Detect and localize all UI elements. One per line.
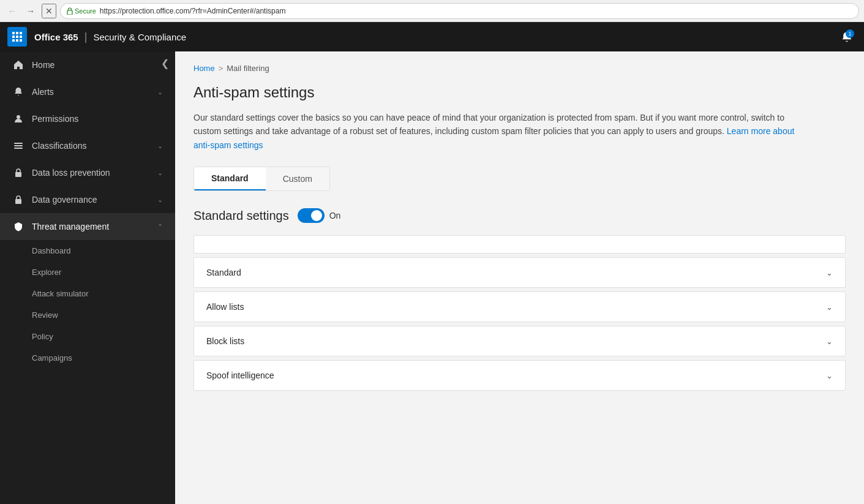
sidebar-dlp-label: Data loss prevention bbox=[32, 168, 150, 178]
review-label: Review bbox=[32, 310, 58, 320]
sidebar-item-dashboard[interactable]: Dashboard bbox=[0, 240, 175, 261]
sidebar-threat-label: Threat management bbox=[32, 222, 150, 231]
dlp-chevron-icon: ⌄ bbox=[157, 169, 163, 177]
accordion-allow-lists: Allow lists ⌄ bbox=[193, 291, 846, 322]
svg-point-10 bbox=[17, 115, 20, 119]
sidebar-item-policy[interactable]: Policy bbox=[0, 326, 175, 347]
brand-office: Office 365 bbox=[34, 32, 78, 42]
svg-rect-11 bbox=[14, 143, 23, 144]
accordion-block-lists-header[interactable]: Block lists ⌄ bbox=[194, 326, 845, 356]
topbar-brand: Office 365 | Security & Compliance bbox=[34, 31, 186, 43]
tab-standard[interactable]: Standard bbox=[194, 167, 266, 190]
empty-panel bbox=[193, 235, 846, 254]
accordion-allow-lists-label: Allow lists bbox=[206, 302, 244, 312]
sidebar-permissions-label: Permissions bbox=[32, 114, 163, 124]
sidebar-data-governance-label: Data governance bbox=[32, 195, 150, 205]
sidebar-item-explorer[interactable]: Explorer bbox=[0, 261, 175, 283]
accordion-standard-label: Standard bbox=[206, 268, 241, 277]
address-bar[interactable]: Secure https://protection.office.com/?rf… bbox=[60, 3, 859, 19]
sidebar-classifications-label: Classifications bbox=[32, 141, 150, 151]
accordion-block-lists-label: Block lists bbox=[206, 336, 244, 346]
explorer-label: Explorer bbox=[32, 268, 61, 277]
brand-divider: | bbox=[85, 31, 88, 43]
svg-rect-8 bbox=[16, 39, 18, 42]
dlp-icon bbox=[12, 167, 24, 179]
accordion-block-lists-chevron-icon: ⌄ bbox=[826, 337, 833, 346]
svg-rect-14 bbox=[15, 172, 21, 177]
sidebar-item-permissions[interactable]: Permissions bbox=[0, 105, 175, 132]
svg-rect-2 bbox=[16, 32, 18, 34]
svg-rect-0 bbox=[67, 10, 72, 15]
browser-chrome: ← → ✕ Secure https://protection.office.c… bbox=[0, 0, 864, 22]
sidebar-item-alerts[interactable]: Alerts ⌄ bbox=[0, 78, 175, 105]
notification-badge: 1 bbox=[846, 29, 854, 38]
layout: ❮ Home Alerts ⌄ Permissions Classificat bbox=[0, 51, 864, 504]
home-icon bbox=[12, 59, 24, 71]
sidebar-item-campaigns[interactable]: Campaigns bbox=[0, 347, 175, 369]
secure-indicator: Secure bbox=[67, 7, 96, 15]
breadcrumb-home[interactable]: Home bbox=[193, 64, 215, 73]
sidebar-home-label: Home bbox=[32, 60, 163, 70]
accordion-allow-lists-chevron-icon: ⌄ bbox=[826, 303, 833, 312]
url-display: https://protection.office.com/?rfr=Admin… bbox=[100, 7, 286, 15]
notifications-button[interactable]: 1 bbox=[837, 27, 857, 47]
policy-label: Policy bbox=[32, 332, 53, 341]
svg-rect-9 bbox=[20, 39, 22, 42]
standard-settings-toggle[interactable] bbox=[298, 208, 325, 223]
toggle-thumb bbox=[311, 210, 322, 221]
breadcrumb: Home > Mail filtering bbox=[193, 64, 846, 73]
classifications-icon bbox=[12, 140, 24, 152]
tab-custom[interactable]: Custom bbox=[266, 167, 329, 190]
svg-rect-15 bbox=[15, 199, 21, 204]
section-title: Standard settings bbox=[193, 209, 289, 223]
accordion-spoof-intelligence-label: Spoof intelligence bbox=[206, 370, 274, 380]
accordion-allow-lists-header[interactable]: Allow lists ⌄ bbox=[194, 292, 845, 322]
accordion-standard: Standard ⌄ bbox=[193, 257, 846, 288]
dashboard-label: Dashboard bbox=[32, 246, 71, 255]
sidebar-item-data-governance[interactable]: Data governance ⌄ bbox=[0, 186, 175, 213]
accordion-spoof-intelligence-chevron-icon: ⌄ bbox=[826, 371, 833, 380]
topbar: Office 365 | Security & Compliance 1 bbox=[0, 22, 864, 51]
page-title: Anti-spam settings bbox=[193, 84, 846, 101]
accordion-standard-chevron-icon: ⌄ bbox=[826, 268, 833, 277]
standard-settings-header: Standard settings On bbox=[193, 208, 846, 223]
sidebar-item-attack-simulator[interactable]: Attack simulator bbox=[0, 283, 175, 304]
reload-button[interactable]: ✕ bbox=[42, 4, 56, 18]
svg-rect-4 bbox=[12, 36, 15, 38]
svg-rect-5 bbox=[16, 36, 18, 38]
back-button[interactable]: ← bbox=[5, 4, 20, 18]
brand-app: Security & Compliance bbox=[93, 32, 186, 42]
page-description: Our standard settings cover the basics s… bbox=[193, 111, 806, 152]
accordion-spoof-intelligence-header[interactable]: Spoof intelligence ⌄ bbox=[194, 361, 845, 390]
person-icon bbox=[12, 113, 24, 125]
forward-button[interactable]: → bbox=[23, 4, 38, 18]
sidebar: ❮ Home Alerts ⌄ Permissions Classificat bbox=[0, 51, 175, 504]
app-launcher-button[interactable] bbox=[7, 27, 27, 47]
svg-rect-6 bbox=[20, 36, 22, 38]
sidebar-item-dlp[interactable]: Data loss prevention ⌄ bbox=[0, 159, 175, 186]
sidebar-item-classifications[interactable]: Classifications ⌄ bbox=[0, 132, 175, 159]
bell-icon bbox=[12, 86, 24, 98]
shield-icon bbox=[12, 220, 24, 233]
svg-rect-3 bbox=[20, 32, 22, 34]
sidebar-item-threat-management[interactable]: Threat management ⌃ bbox=[0, 213, 175, 240]
tab-bar: Standard Custom bbox=[193, 167, 330, 191]
main-content: Home > Mail filtering Anti-spam settings… bbox=[175, 51, 864, 504]
sidebar-item-review[interactable]: Review bbox=[0, 304, 175, 326]
toggle-wrap[interactable]: On bbox=[298, 208, 341, 223]
attack-simulator-label: Attack simulator bbox=[32, 289, 88, 298]
accordion-block-lists: Block lists ⌄ bbox=[193, 326, 846, 356]
svg-rect-13 bbox=[14, 148, 23, 149]
breadcrumb-separator: > bbox=[219, 64, 224, 73]
svg-rect-12 bbox=[14, 145, 23, 146]
toggle-on-label: On bbox=[329, 211, 341, 220]
accordion-spoof-intelligence: Spoof intelligence ⌄ bbox=[193, 360, 846, 391]
accordion-standard-header[interactable]: Standard ⌄ bbox=[194, 258, 845, 287]
breadcrumb-current: Mail filtering bbox=[227, 64, 269, 73]
alerts-chevron-icon: ⌄ bbox=[157, 88, 163, 96]
data-governance-icon bbox=[12, 194, 24, 206]
campaigns-label: Campaigns bbox=[32, 353, 72, 363]
sidebar-alerts-label: Alerts bbox=[32, 87, 150, 97]
sidebar-item-home[interactable]: Home bbox=[0, 51, 175, 78]
svg-rect-1 bbox=[12, 32, 15, 34]
